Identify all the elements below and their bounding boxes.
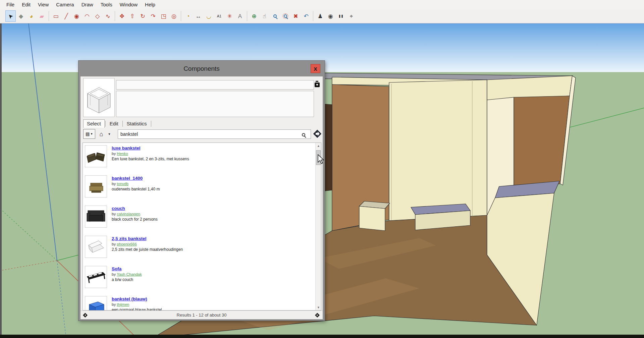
scroll-up-arrow[interactable]: ▲ [316, 143, 321, 149]
offset-tool-button[interactable]: ◎ [169, 10, 179, 22]
scale-tool-button[interactable]: ◳ [158, 10, 169, 22]
menu-help[interactable]: Help [141, 0, 159, 9]
search-input[interactable] [118, 129, 311, 139]
offset-icon: ◎ [171, 13, 176, 19]
arc-tool-button[interactable]: ◠ [82, 10, 92, 22]
menu-edit[interactable]: Edit [18, 0, 34, 9]
result-title-link[interactable]: bankstel_1400 [112, 176, 160, 181]
freehand-tool-button[interactable]: ∿ [103, 10, 113, 22]
result-thumbnail[interactable] [85, 145, 107, 167]
axes-tool-button[interactable]: ✳ [224, 10, 235, 22]
result-item[interactable]: Sofaby Yash Chandaka b/w couch [83, 264, 315, 294]
home-icon: ⌂ [100, 131, 103, 138]
result-author-link[interactable]: phoenix666 [117, 242, 137, 246]
tab-select[interactable]: Select [83, 119, 105, 128]
dimension-tool-button[interactable]: ↔ [193, 10, 204, 22]
results-next-button[interactable] [315, 313, 320, 318]
walk-tool-button[interactable]: ❚❚ [336, 10, 346, 22]
component-description-field[interactable] [116, 91, 314, 117]
tab-edit[interactable]: Edit [106, 120, 122, 128]
result-title-link[interactable]: bankstel (blauw) [112, 296, 163, 301]
text-tool-button[interactable]: A1 [214, 10, 224, 22]
view-options-button[interactable]: ▤ ▼ [83, 129, 95, 139]
zoom-previous-tool-button[interactable]: ↶ [301, 10, 311, 22]
axes-icon: ✳ [227, 13, 232, 19]
result-item[interactable]: luxe bankstelby HenkoEen luxe bankstel, … [83, 143, 315, 173]
paint-bucket-tool-button[interactable]: ◕ [26, 10, 37, 22]
result-item[interactable]: 2,5 zits bankstelby phoenix6662,5 zits m… [83, 233, 315, 264]
result-author-link[interactable]: Henko [117, 152, 128, 156]
result-description: 2,5 zits met de juiste maatverhoudingen [112, 247, 183, 252]
collections-dropdown[interactable]: ▼ [106, 130, 112, 138]
menu-window[interactable]: Window [116, 0, 141, 9]
3d-text-tool-button[interactable]: A [235, 10, 245, 22]
zoom-tool-button[interactable] [270, 10, 280, 22]
result-author-link[interactable]: thijmen [117, 302, 129, 306]
dialog-title-bar[interactable]: Components x [78, 61, 325, 76]
result-thumbnail[interactable] [85, 296, 107, 311]
search-icon[interactable] [302, 132, 305, 138]
select-tool-button[interactable]: ➤ [5, 10, 16, 22]
tab-separator [105, 121, 106, 127]
result-title-link[interactable]: couch [112, 206, 158, 211]
menu-file[interactable]: File [3, 0, 18, 9]
menu-view[interactable]: View [34, 0, 52, 9]
result-thumbnail[interactable] [85, 175, 107, 198]
tab-separator [151, 121, 151, 127]
toolbar-divider [181, 11, 181, 21]
rectangle-tool-button[interactable]: ▭ [51, 10, 61, 22]
scroll-down-arrow[interactable]: ▼ [316, 304, 321, 310]
look-around-tool-button[interactable]: ◉ [325, 10, 336, 22]
zoom-extents-tool-button[interactable]: ✖ [290, 10, 301, 22]
result-title-link[interactable]: Sofa [112, 266, 142, 271]
secondary-pane-toggle-button[interactable] [314, 81, 320, 89]
result-author-link[interactable]: calvinslangen [117, 212, 140, 216]
move-tool-button[interactable]: ✥ [117, 10, 127, 22]
rotate-icon: ↻ [140, 13, 145, 19]
result-thumbnail[interactable] [85, 236, 107, 258]
line-tool-button[interactable]: ╱ [61, 10, 71, 22]
position-camera-tool-button[interactable]: ♟ [315, 10, 325, 22]
make-component-tool-button[interactable]: ◆ [16, 10, 26, 22]
search-go-button[interactable] [313, 129, 322, 138]
pan-tool-button[interactable]: ☝ [259, 10, 270, 22]
zoom-window-tool-button[interactable] [280, 10, 290, 22]
close-button[interactable]: x [311, 64, 320, 73]
component-name-field[interactable] [116, 80, 314, 90]
result-thumbnail[interactable] [85, 206, 107, 228]
by-label: by [112, 242, 116, 246]
polygon-tool-button[interactable]: ◇ [92, 10, 103, 22]
rotate-tool-button[interactable]: ↻ [138, 10, 148, 22]
result-item[interactable]: bankstel (blauw)by thijmeneen normaal bl… [83, 294, 315, 311]
result-text: 2,5 zits bankstelby phoenix6662,5 zits m… [112, 236, 183, 262]
dialog-title: Components [183, 65, 220, 72]
results-prev-button[interactable] [83, 313, 88, 318]
menu-draw[interactable]: Draw [78, 0, 97, 9]
result-text: bankstel_1400by tonvdbouderwets bankstel… [112, 175, 160, 201]
section-plane-tool-button[interactable]: ⌖ [346, 10, 357, 22]
result-author-link[interactable]: Yash Chandak [117, 272, 142, 276]
preview-cube-icon [84, 78, 114, 117]
in-model-button[interactable]: ⌂ [97, 130, 106, 138]
result-author-link[interactable]: tonvdb [117, 182, 128, 186]
tape-measure-tool-button[interactable]: ◔ [183, 10, 193, 22]
result-title-link[interactable]: luxe bankstel [112, 146, 189, 151]
follow-me-tool-button[interactable]: ↷ [148, 10, 158, 22]
results-pagination-bar: Results 1 - 12 of about 30 [80, 311, 323, 319]
results-scrollbar[interactable]: ▲ ▼ [315, 143, 321, 310]
protractor-tool-button[interactable]: ◡ [204, 10, 214, 22]
circle-tool-button[interactable]: ◉ [71, 10, 82, 22]
eraser-tool-button[interactable]: ▰ [37, 10, 47, 22]
scrollbar-thumb[interactable] [316, 150, 321, 165]
prev-diamond-icon [83, 313, 88, 318]
tab-statistics[interactable]: Statistics [123, 120, 150, 128]
result-thumbnail[interactable] [85, 266, 107, 288]
menu-tools[interactable]: Tools [97, 0, 116, 9]
menu-camera[interactable]: Camera [52, 0, 77, 9]
result-byline: by calvinslangen [112, 212, 158, 216]
result-item[interactable]: couchby calvinslangenblack couch for 2 p… [83, 203, 315, 233]
result-title-link[interactable]: 2,5 zits bankstel [112, 236, 183, 241]
orbit-tool-button[interactable]: ⊕ [249, 10, 259, 22]
result-item[interactable]: bankstel_1400by tonvdbouderwets bankstel… [83, 173, 315, 203]
push-pull-tool-button[interactable]: ⇧ [127, 10, 138, 22]
